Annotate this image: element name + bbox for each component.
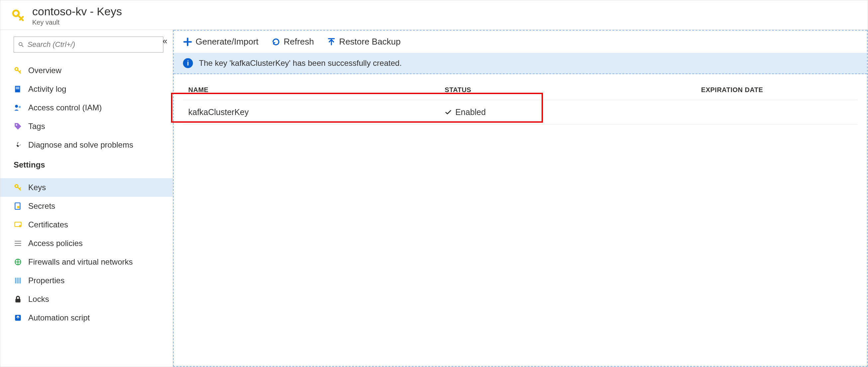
column-header-expiration[interactable]: EXPIRATION DATE: [696, 80, 858, 100]
tag-icon: [13, 122, 26, 131]
sidebar-item-label: Certificates: [28, 220, 68, 229]
page-subtitle: Key vault: [32, 19, 122, 26]
sidebar-item-label: Overview: [28, 66, 61, 75]
sidebar-section-settings: Settings: [0, 154, 173, 172]
sidebar-item-tags[interactable]: Tags: [0, 117, 173, 136]
restore-backup-button[interactable]: Restore Backup: [327, 36, 400, 47]
policies-icon: [13, 239, 26, 248]
generate-import-button[interactable]: Generate/Import: [183, 36, 258, 47]
sidebar-item-certificates[interactable]: Certificates: [0, 216, 173, 234]
main-panel: Generate/Import Refresh Restore Backup i: [173, 30, 868, 367]
key-vault-icon: [8, 9, 28, 23]
sidebar-item-label: Activity log: [28, 84, 66, 94]
sidebar-item-label: Access control (IAM): [28, 103, 102, 112]
sidebar-item-diagnose-and-solve-problems[interactable]: Diagnose and solve problems: [0, 136, 173, 154]
svg-rect-19: [15, 278, 16, 283]
toolbar: Generate/Import Refresh Restore Backup: [174, 30, 867, 53]
svg-point-7: [15, 105, 18, 108]
wrench-icon: [13, 141, 26, 149]
svg-point-14: [19, 225, 21, 227]
sidebar-item-secrets[interactable]: Secrets: [0, 197, 173, 216]
sidebar-item-label: Automation script: [28, 313, 90, 322]
svg-point-8: [19, 106, 21, 108]
script-icon: [13, 313, 26, 322]
sidebar-item-automation-script[interactable]: Automation script: [0, 309, 173, 327]
svg-rect-20: [17, 278, 19, 283]
svg-point-1: [19, 43, 22, 46]
key-status-cell: Enabled: [439, 100, 696, 125]
sidebar-item-firewalls-and-virtual-networks[interactable]: Firewalls and virtual networks: [0, 253, 173, 271]
column-header-status[interactable]: STATUS: [439, 80, 696, 100]
sidebar-item-label: Properties: [28, 276, 64, 285]
sidebar-search[interactable]: [13, 36, 163, 53]
lock-icon: [13, 295, 26, 304]
svg-rect-22: [15, 299, 20, 303]
refresh-icon: [272, 37, 280, 46]
svg-point-9: [16, 124, 17, 126]
key-yellow-icon: [13, 183, 26, 192]
svg-line-2: [22, 45, 24, 47]
toolbar-label: Refresh: [284, 36, 314, 47]
key-yellow-icon: [13, 66, 26, 75]
cert-icon: [13, 220, 26, 229]
firewall-icon: [13, 258, 26, 266]
toolbar-label: Restore Backup: [339, 36, 400, 47]
search-icon: [18, 41, 24, 48]
secret-icon: [13, 202, 26, 210]
sidebar-item-label: Tags: [28, 122, 45, 131]
collapse-sidebar-icon[interactable]: «: [163, 36, 167, 46]
sidebar-item-properties[interactable]: Properties: [0, 271, 173, 290]
sidebar-item-label: Access policies: [28, 239, 83, 248]
sidebar-item-label: Secrets: [28, 201, 55, 211]
sidebar-item-label: Diagnose and solve problems: [28, 140, 133, 149]
refresh-button[interactable]: Refresh: [272, 36, 314, 47]
props-icon: [13, 276, 26, 285]
sidebar-item-label: Locks: [28, 294, 49, 304]
search-input[interactable]: [28, 40, 159, 49]
sidebar-item-access-policies[interactable]: Access policies: [0, 234, 173, 253]
toolbar-label: Generate/Import: [195, 36, 258, 47]
sidebar-item-label: Firewalls and virtual networks: [28, 257, 133, 266]
sidebar-item-access-control-iam-[interactable]: Access control (IAM): [0, 98, 173, 117]
svg-rect-5: [16, 87, 20, 88]
key-name-cell: kafkaClusterKey: [183, 100, 439, 125]
notification-text: The key 'kafkaClusterKey' has been succe…: [199, 58, 402, 68]
keys-table: NAME STATUS EXPIRATION DATE kafkaCluster…: [183, 80, 858, 125]
sidebar-item-label: Keys: [28, 183, 46, 192]
key-expiration-cell: [696, 100, 858, 125]
sidebar: « OverviewActivity logAccess control (IA…: [0, 30, 173, 367]
sidebar-item-overview[interactable]: Overview: [0, 61, 173, 80]
table-row[interactable]: kafkaClusterKeyEnabled: [183, 100, 858, 125]
column-header-name[interactable]: NAME: [183, 80, 439, 100]
sidebar-item-activity-log[interactable]: Activity log: [0, 80, 173, 98]
notification-banner: i The key 'kafkaClusterKey' has been suc…: [174, 53, 867, 74]
sidebar-item-keys[interactable]: Keys: [0, 178, 173, 197]
page-header: contoso-kv - Keys Key vault: [0, 0, 868, 30]
log-icon: [13, 85, 26, 93]
upload-icon: [327, 37, 336, 46]
svg-rect-21: [19, 278, 21, 283]
svg-rect-6: [16, 88, 20, 89]
page-title: contoso-kv - Keys: [32, 5, 122, 18]
svg-rect-12: [17, 206, 20, 208]
sidebar-item-locks[interactable]: Locks: [0, 290, 173, 309]
info-icon: i: [183, 58, 193, 68]
iam-icon: [13, 103, 26, 112]
plus-icon: [183, 37, 192, 47]
check-icon: [445, 109, 452, 116]
